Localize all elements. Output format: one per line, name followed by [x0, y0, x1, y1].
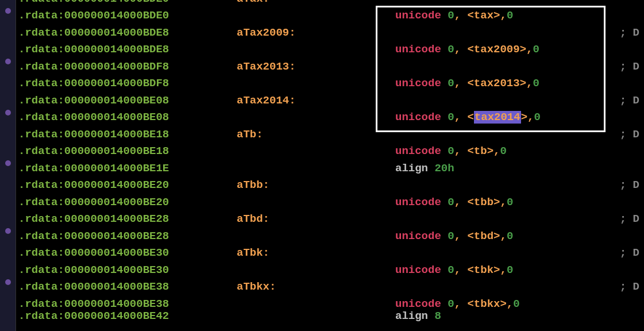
code-line[interactable]: .rdata:000000014000BDE8unicode 0, <tax20…: [18, 41, 642, 59]
address-segment: .rdata:000000014000BE28: [18, 213, 237, 225]
symbol-label: aTax:: [237, 0, 269, 5]
code-line[interactable]: .rdata:000000014000BDE0aTax:: [18, 0, 642, 7]
symbol-label: aTax2014:: [237, 94, 296, 107]
address-segment: .rdata:000000014000BE28: [18, 230, 237, 243]
address-segment: .rdata:000000014000BE20: [18, 179, 237, 191]
symbol-label: aTbkx:: [237, 280, 276, 293]
symbol-label: aTax2013:: [237, 60, 296, 73]
instruction: unicode 0, <tax2014>,0: [395, 111, 541, 124]
breakpoint-dot[interactable]: [5, 110, 11, 116]
code-line[interactable]: .rdata:000000014000BE38aTbkx:; D: [18, 279, 642, 296]
instruction: unicode 0, <tbk>,0: [395, 264, 513, 276]
breakpoint-dot[interactable]: [5, 279, 11, 285]
instruction: unicode 0, <tax2013>,0: [395, 77, 539, 90]
code-line[interactable]: .rdata:000000014000BE30unicode 0, <tbk>,…: [18, 261, 642, 279]
code-line[interactable]: .rdata:000000014000BE1Ealign 20h: [18, 160, 642, 177]
code-line[interactable]: .rdata:000000014000BE42align 8: [18, 313, 642, 320]
address-segment: .rdata:000000014000BE18: [18, 128, 237, 141]
disassembly-view[interactable]: .rdata:000000014000BDE0aTax:.rdata:00000…: [16, 0, 644, 331]
address-segment: .rdata:000000014000BDF8: [18, 77, 237, 90]
address-segment: .rdata:000000014000BE08: [18, 111, 237, 124]
instruction: align 8: [395, 310, 441, 322]
symbol-label: aTax2009:: [237, 26, 296, 39]
code-line[interactable]: .rdata:000000014000BDF8aTax2013:; D: [18, 58, 642, 75]
instruction: unicode 0, <tbkx>,0: [395, 298, 520, 310]
symbol-label: aTbb:: [237, 179, 269, 191]
comment: ; D: [620, 213, 639, 225]
symbol-label: aTbk:: [237, 247, 269, 259]
symbol-label: aTb:: [237, 128, 263, 141]
comment: ; D: [620, 247, 639, 259]
code-line[interactable]: .rdata:000000014000BE20unicode 0, <tbb>,…: [18, 194, 642, 211]
comment: ; D: [620, 179, 639, 191]
code-line[interactable]: .rdata:000000014000BE08unicode 0, <tax20…: [18, 109, 642, 126]
breakpoint-dot[interactable]: [5, 160, 11, 166]
code-line[interactable]: .rdata:000000014000BDE8aTax2009:; D: [18, 24, 642, 41]
instruction: align 20h: [395, 162, 454, 175]
code-line[interactable]: .rdata:000000014000BE30aTbk:; D: [18, 245, 642, 262]
address-segment: .rdata:000000014000BE20: [18, 196, 237, 209]
address-segment: .rdata:000000014000BDE0: [18, 0, 237, 5]
breakpoint-dot[interactable]: [5, 228, 11, 234]
address-segment: .rdata:000000014000BE38: [18, 280, 237, 293]
comment: ; D: [620, 94, 639, 107]
code-line[interactable]: .rdata:000000014000BE18aTb:; D: [18, 126, 642, 143]
instruction: unicode 0, <tax>,0: [395, 9, 513, 22]
address-segment: .rdata:000000014000BDE8: [18, 26, 237, 39]
address-segment: .rdata:000000014000BE1E: [18, 162, 237, 175]
comment: ; D: [620, 60, 639, 73]
code-line[interactable]: .rdata:000000014000BE20aTbb:; D: [18, 177, 642, 194]
symbol-label: aTbd:: [237, 213, 269, 225]
address-segment: .rdata:000000014000BE38: [18, 298, 237, 310]
instruction: unicode 0, <tb>,0: [395, 145, 507, 157]
address-segment: .rdata:000000014000BDE8: [18, 43, 237, 56]
address-segment: .rdata:000000014000BE08: [18, 94, 237, 107]
address-segment: .rdata:000000014000BE30: [18, 264, 237, 276]
address-segment: .rdata:000000014000BE42: [18, 310, 237, 322]
instruction: unicode 0, <tbb>,0: [395, 196, 513, 209]
code-line[interactable]: .rdata:000000014000BDF8unicode 0, <tax20…: [18, 75, 642, 93]
code-line[interactable]: .rdata:000000014000BE08aTax2014:; D: [18, 92, 642, 109]
breakpoint-dot[interactable]: [5, 59, 11, 64]
code-line[interactable]: .rdata:000000014000BDE0unicode 0, <tax>,…: [18, 7, 642, 25]
breakpoint-dot[interactable]: [5, 8, 11, 14]
address-segment: .rdata:000000014000BDE0: [18, 9, 237, 22]
comment: ; D: [620, 128, 639, 141]
address-segment: .rdata:000000014000BE30: [18, 247, 237, 259]
instruction: unicode 0, <tbd>,0: [395, 230, 513, 243]
breakpoint-column[interactable]: [0, 0, 16, 331]
code-line[interactable]: .rdata:000000014000BE28aTbd:; D: [18, 211, 642, 228]
address-segment: .rdata:000000014000BE18: [18, 145, 237, 157]
address-segment: .rdata:000000014000BDF8: [18, 60, 237, 73]
code-line[interactable]: .rdata:000000014000BE28unicode 0, <tbd>,…: [18, 228, 642, 245]
comment: ; D: [620, 26, 639, 39]
instruction: unicode 0, <tax2009>,0: [395, 43, 539, 56]
comment: ; D: [620, 280, 639, 293]
code-line[interactable]: .rdata:000000014000BE18unicode 0, <tb>,0: [18, 143, 642, 160]
